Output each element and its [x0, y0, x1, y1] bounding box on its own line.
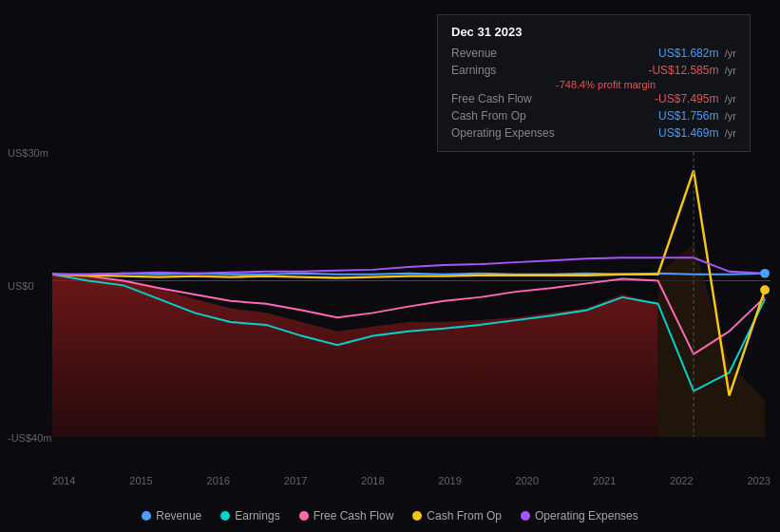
legend-revenue-dot: [142, 511, 151, 521]
tooltip-fcf-row: Free Cash Flow -US$7.495m /yr: [451, 90, 736, 107]
x-label-2015: 2015: [129, 475, 152, 486]
x-label-2016: 2016: [207, 475, 230, 486]
legend-cashop-dot: [412, 511, 422, 521]
legend-earnings-label: Earnings: [235, 509, 279, 522]
revenue-dot: [760, 269, 770, 278]
earnings-area: [52, 275, 658, 437]
chart-container: Dec 31 2023 Revenue US$1.682m /yr Earnin…: [0, 0, 780, 532]
legend-revenue-label: Revenue: [156, 509, 201, 522]
tooltip-revenue-label: Revenue: [451, 47, 556, 60]
tooltip-revenue-value: US$1.682m /yr: [658, 47, 736, 60]
tooltip-box: Dec 31 2023 Revenue US$1.682m /yr Earnin…: [437, 14, 751, 152]
legend-earnings-dot: [220, 511, 230, 521]
chart-svg: [52, 152, 770, 437]
cashop-dot: [760, 285, 770, 294]
x-axis: 2014 2015 2016 2017 2018 2019 2020 2021 …: [52, 475, 770, 486]
tooltip-earnings-row: Earnings -US$12.585m /yr: [451, 62, 736, 79]
chart-legend: Revenue Earnings Free Cash Flow Cash Fro…: [0, 509, 780, 522]
legend-fcf-dot: [299, 511, 309, 521]
tooltip-opex-label: Operating Expenses: [451, 126, 556, 140]
tooltip-opex-value: US$1.469m /yr: [658, 126, 736, 140]
tooltip-revenue-row: Revenue US$1.682m /yr: [451, 45, 736, 62]
tooltip-cashop-value: US$1.756m /yr: [658, 109, 736, 123]
legend-opex[interactable]: Operating Expenses: [521, 509, 638, 522]
x-label-2021: 2021: [593, 475, 616, 486]
tooltip-fcf-value: -US$7.495m /yr: [655, 92, 736, 105]
x-label-2017: 2017: [284, 475, 307, 486]
tooltip-earnings-label: Earnings: [451, 64, 556, 77]
tooltip-earnings-value: -US$12.585m /yr: [648, 64, 736, 77]
legend-earnings[interactable]: Earnings: [220, 509, 279, 522]
x-label-2020: 2020: [516, 475, 539, 486]
x-label-2018: 2018: [361, 475, 384, 486]
legend-opex-label: Operating Expenses: [535, 509, 638, 522]
x-label-2019: 2019: [438, 475, 461, 486]
legend-cashop-label: Cash From Op: [427, 509, 502, 522]
tooltip-date: Dec 31 2023: [451, 25, 736, 39]
legend-cashop[interactable]: Cash From Op: [412, 509, 502, 522]
legend-fcf[interactable]: Free Cash Flow: [299, 509, 394, 522]
x-label-2023: 2023: [747, 475, 770, 486]
tooltip-opex-row: Operating Expenses US$1.469m /yr: [451, 124, 736, 142]
y-label-bot: -US$40m: [8, 432, 51, 444]
tooltip-margin-row: -748.4% profit margin: [451, 79, 736, 90]
y-label-top: US$30m: [8, 147, 48, 159]
x-label-2014: 2014: [52, 475, 75, 486]
legend-revenue[interactable]: Revenue: [142, 509, 201, 522]
legend-fcf-label: Free Cash Flow: [314, 509, 394, 522]
y-label-mid: US$0: [8, 280, 34, 292]
legend-opex-dot: [521, 511, 530, 521]
tooltip-fcf-label: Free Cash Flow: [451, 92, 556, 105]
x-label-2022: 2022: [670, 475, 693, 486]
tooltip-cashop-label: Cash From Op: [451, 109, 556, 123]
tooltip-cashop-row: Cash From Op US$1.756m /yr: [451, 107, 736, 124]
